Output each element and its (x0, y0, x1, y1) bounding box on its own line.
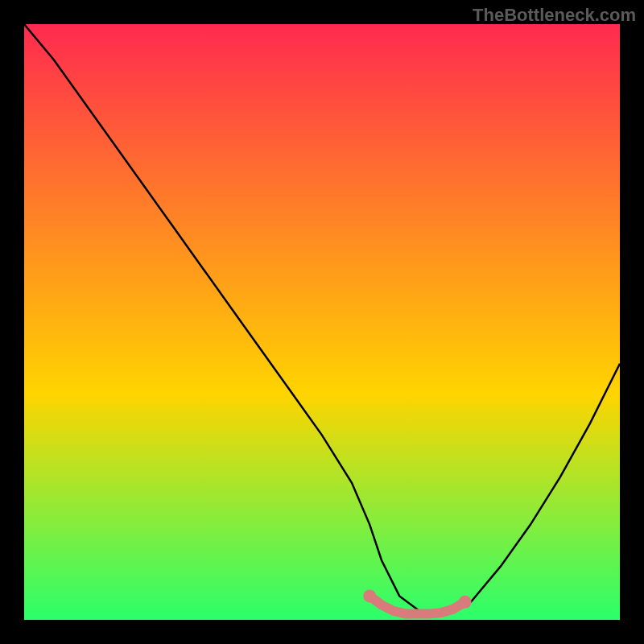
marker-dot-left (363, 589, 376, 602)
watermark-text: TheBottleneck.com (473, 5, 636, 26)
marker-dot-right (459, 596, 472, 609)
chart-svg (24, 24, 620, 620)
chart-container (24, 24, 620, 620)
chart-background (24, 24, 620, 620)
